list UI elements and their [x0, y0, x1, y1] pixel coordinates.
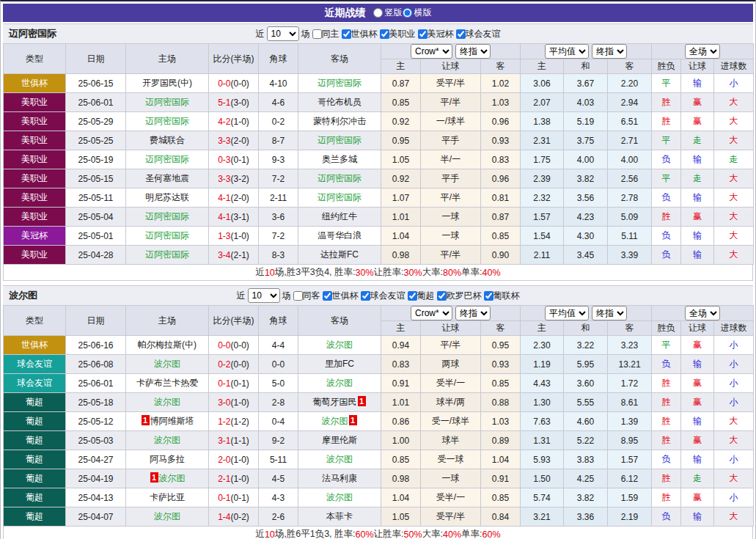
home-team-name[interactable]: 费城联合	[150, 135, 185, 145]
league-filter-checkbox[interactable]	[408, 291, 417, 301]
league-filter-option-3[interactable]: 球会友谊	[456, 28, 501, 40]
away-team-cell[interactable]: 里加FC	[298, 355, 381, 374]
away-team-name[interactable]: 蒙特利尔冲击	[313, 116, 366, 126]
home-team-name[interactable]: 开罗国民(中)	[142, 78, 192, 88]
home-team-name[interactable]: 迈阿密国际	[145, 230, 189, 241]
home-team-name[interactable]: 波尔图	[154, 511, 180, 521]
league-filter-option-0[interactable]: 世俱杯	[342, 28, 378, 40]
league-filter-checkbox[interactable]	[484, 291, 493, 301]
league-filter-checkbox[interactable]	[361, 291, 370, 301]
same-venue-option[interactable]: 同主	[312, 28, 340, 40]
away-team-name[interactable]: 波尔图	[326, 378, 353, 388]
league-filter-checkbox[interactable]	[437, 291, 447, 301]
home-team-cell[interactable]: 1波尔图	[126, 469, 209, 488]
away-team-name[interactable]: 纽约红牛	[322, 211, 357, 221]
league-filter-option-4[interactable]: 葡联杯	[484, 290, 520, 302]
home-team-cell[interactable]: 波尔图	[126, 507, 209, 527]
avg-odds-final-select[interactable]: 终指	[592, 306, 627, 320]
away-team-cell[interactable]: 迈阿密国际	[298, 131, 381, 150]
layout-radio-0[interactable]	[373, 8, 383, 18]
home-team-cell[interactable]: 迈阿密国际	[126, 227, 209, 246]
away-team-cell[interactable]: 蒙特利尔冲击	[298, 112, 381, 131]
away-team-cell[interactable]: 温哥华白浪	[298, 227, 381, 246]
away-team-cell[interactable]: 迈阿密国际	[298, 188, 381, 208]
league-filter-option-3[interactable]: 欧罗巴杯	[437, 290, 482, 302]
layout-option-0[interactable]: 竖版	[373, 7, 403, 19]
league-filter-option-2[interactable]: 美冠杯	[418, 28, 454, 40]
home-team-cell[interactable]: 1博阿维斯塔	[126, 412, 209, 431]
away-team-cell[interactable]: 奥兰多城	[298, 150, 381, 169]
away-team-name[interactable]: 哥伦布机员	[318, 97, 362, 107]
odds-company-select[interactable]: Crow*	[411, 306, 452, 320]
away-team-cell[interactable]: 葡萄牙国民1	[298, 393, 381, 412]
same-venue-checkbox[interactable]	[312, 29, 322, 39]
away-team-cell[interactable]: 本菲卡	[298, 507, 381, 527]
away-team-name[interactable]: 波尔图	[326, 340, 353, 350]
away-team-name[interactable]: 奥兰多城	[322, 154, 357, 164]
home-team-name[interactable]: 明尼苏达联	[145, 192, 189, 202]
away-team-name[interactable]: 迈阿密国际	[318, 78, 362, 88]
league-filter-option-0[interactable]: 世俱杯	[323, 290, 359, 302]
home-team-cell[interactable]: 波尔图	[126, 355, 209, 374]
away-team-name[interactable]: 法马利康	[322, 473, 357, 483]
home-team-name[interactable]: 波尔图	[154, 397, 180, 407]
layout-radio-1[interactable]	[403, 8, 412, 18]
away-team-name[interactable]: 迈阿密国际	[318, 192, 362, 202]
league-filter-checkbox[interactable]	[342, 29, 351, 39]
away-team-cell[interactable]: 哥伦布机员	[298, 93, 381, 112]
home-team-name[interactable]: 迈阿密国际	[145, 116, 189, 126]
away-team-cell[interactable]: 法马利康	[298, 469, 381, 488]
away-team-cell[interactable]: 波尔图	[298, 450, 381, 469]
home-team-name[interactable]: 卡萨比亚	[150, 492, 185, 502]
home-team-name[interactable]: 迈阿密国际	[145, 97, 189, 107]
away-team-name[interactable]: 葡萄牙国民	[313, 397, 357, 407]
home-team-cell[interactable]: 圣何塞地震	[126, 169, 209, 188]
away-team-cell[interactable]: 波尔图	[298, 336, 381, 355]
home-team-cell[interactable]: 迈阿密国际	[126, 150, 209, 169]
home-team-name[interactable]: 迈阿密国际	[145, 211, 189, 221]
away-team-cell[interactable]: 纽约红牛	[298, 208, 381, 227]
avg-odds-final-select[interactable]: 终指	[592, 44, 627, 59]
odds-company-final-select[interactable]: 终指	[455, 44, 491, 59]
home-team-name[interactable]: 迈阿密国际	[145, 154, 189, 164]
away-team-cell[interactable]: 摩里伦斯	[298, 431, 381, 450]
home-team-name[interactable]: 圣何塞地震	[145, 173, 189, 183]
avg-odds-select[interactable]: 平均值	[545, 306, 589, 320]
home-team-name[interactable]: 波尔图	[154, 435, 180, 445]
home-team-cell[interactable]: 迈阿密国际	[126, 208, 209, 227]
away-team-name[interactable]: 波尔图	[322, 416, 348, 426]
home-team-cell[interactable]: 迈阿密国际	[126, 112, 209, 131]
home-team-cell[interactable]: 阿马多拉	[126, 450, 209, 469]
home-team-cell[interactable]: 卡萨布兰卡热爱	[126, 374, 209, 393]
away-team-cell[interactable]: 波尔图	[298, 374, 381, 393]
layout-option-1[interactable]: 横版	[403, 7, 432, 19]
home-team-name[interactable]: 阿马多拉	[150, 454, 185, 464]
home-team-cell[interactable]: 波尔图	[126, 393, 209, 412]
odds-company-final-select[interactable]: 终指	[455, 306, 491, 320]
league-filter-checkbox[interactable]	[380, 29, 389, 39]
recent-count-select[interactable]: 10	[267, 26, 299, 41]
away-team-name[interactable]: 迈阿密国际	[318, 135, 362, 145]
league-filter-checkbox[interactable]	[323, 291, 332, 301]
home-team-cell[interactable]: 费城联合	[126, 131, 209, 150]
home-team-name[interactable]: 波尔图	[154, 359, 180, 369]
away-team-name[interactable]: 摩里伦斯	[322, 435, 357, 445]
odds-company-select[interactable]: Crow*	[411, 44, 452, 59]
scope-select[interactable]: 全场	[685, 306, 720, 320]
away-team-cell[interactable]: 迈阿密国际	[298, 169, 381, 188]
scope-select[interactable]: 全场	[685, 44, 720, 59]
league-filter-option-1[interactable]: 球会友谊	[361, 290, 405, 302]
away-team-name[interactable]: 温哥华白浪	[318, 230, 362, 241]
home-team-cell[interactable]: 迈阿密国际	[126, 93, 209, 112]
home-team-name[interactable]: 迈阿密国际	[145, 249, 189, 260]
away-team-cell[interactable]: 波尔图1	[298, 412, 381, 431]
home-team-name[interactable]: 帕尔梅拉斯(中)	[138, 340, 197, 350]
home-team-cell[interactable]: 迈阿密国际	[126, 246, 209, 265]
home-team-cell[interactable]: 波尔图	[126, 431, 209, 450]
league-filter-checkbox[interactable]	[418, 29, 427, 39]
away-team-name[interactable]: 里加FC	[325, 359, 354, 369]
home-team-name[interactable]: 卡萨布兰卡热爱	[136, 378, 198, 388]
recent-count-select[interactable]: 10	[248, 288, 280, 303]
same-venue-option[interactable]: 同客	[293, 290, 320, 302]
home-team-cell[interactable]: 帕尔梅拉斯(中)	[126, 336, 209, 355]
